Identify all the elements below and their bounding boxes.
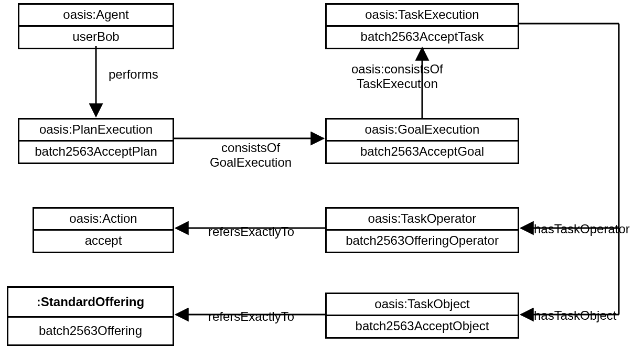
edge-label-consists-of-goal: consistsOf GoalExecution (210, 140, 292, 169)
edge-label-has-task-operator: hasTaskOperator (534, 222, 630, 236)
node-task-object: oasis:TaskObject batch2563AcceptObject (325, 293, 519, 339)
edge-label-line: consistsOf (221, 140, 280, 155)
node-type: oasis:PlanExecution (19, 120, 173, 140)
node-instance: batch2563Offering (8, 316, 173, 344)
node-agent: oasis:Agent userBob (18, 3, 174, 49)
node-instance: batch2563AcceptTask (327, 25, 518, 47)
node-instance: batch2563AcceptGoal (327, 140, 518, 162)
node-type: oasis:TaskObject (327, 294, 518, 315)
node-task-operator: oasis:TaskOperator batch2563OfferingOper… (325, 207, 519, 253)
node-instance: userBob (19, 25, 173, 47)
node-instance: batch2563AcceptPlan (19, 140, 173, 162)
node-instance: accept (34, 229, 173, 251)
node-type: oasis:TaskOperator (327, 209, 518, 229)
edge-label-performs: performs (109, 67, 158, 82)
node-instance: batch2563OfferingOperator (327, 229, 518, 251)
node-type: oasis:Agent (19, 5, 173, 25)
node-type: oasis:Action (34, 209, 173, 229)
edge-label-line: oasis:consistsOf (351, 62, 443, 76)
edge-label-line: TaskExecution (357, 77, 438, 91)
diagram-canvas: oasis:Agent userBob oasis:TaskExecution … (0, 0, 644, 346)
node-type: oasis:GoalExecution (327, 120, 518, 140)
edge-label-consists-of-task: oasis:consistsOf TaskExecution (351, 62, 443, 91)
node-instance: batch2563AcceptObject (327, 315, 518, 337)
node-action: oasis:Action accept (33, 207, 174, 253)
edge-label-refers-exactly-to-offer: refersExactlyTo (208, 309, 294, 324)
node-task-execution: oasis:TaskExecution batch2563AcceptTask (325, 3, 519, 49)
node-type: :StandardOffering (8, 288, 173, 316)
edge-label-line: GoalExecution (210, 155, 292, 169)
node-plan-execution: oasis:PlanExecution batch2563AcceptPlan (18, 118, 174, 164)
edge-label-refers-exactly-to-action: refersExactlyTo (208, 224, 294, 239)
node-goal-execution: oasis:GoalExecution batch2563AcceptGoal (325, 118, 519, 164)
edge-label-has-task-object: hasTaskObject (534, 308, 616, 323)
node-type: oasis:TaskExecution (327, 5, 518, 25)
node-standard-offering: :StandardOffering batch2563Offering (7, 286, 174, 346)
